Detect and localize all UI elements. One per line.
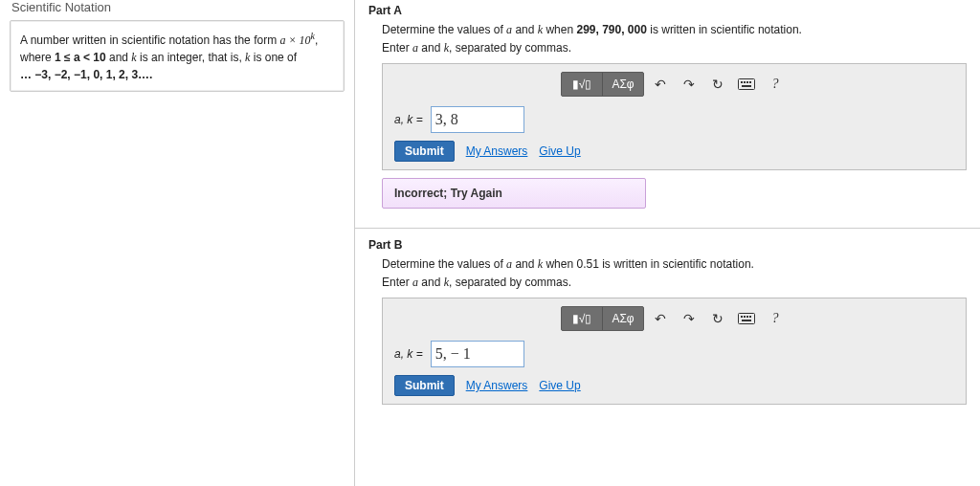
topic-title: Scientific Notation <box>11 0 345 14</box>
part-b-input-row: a, k = <box>383 341 966 367</box>
text: , separated by commas. <box>449 276 571 289</box>
svg-rect-7 <box>741 316 743 318</box>
toolbar-group: ▮√▯ ΑΣφ <box>561 306 644 331</box>
text: Enter <box>382 41 412 55</box>
intro-text: is one of <box>250 51 297 64</box>
intro-line-1: A number written in scientific notation … <box>20 29 334 49</box>
svg-rect-1 <box>741 81 743 83</box>
intro-text: where <box>20 51 55 64</box>
reset-icon[interactable]: ↻ <box>705 73 730 96</box>
equation-toolbar: ▮√▯ ΑΣφ ↶ ↷ ↻ ? <box>383 298 966 341</box>
right-column: Part A Determine the values of a and k w… <box>354 0 980 486</box>
text: when <box>543 23 576 36</box>
keyboard-icon[interactable] <box>734 73 759 96</box>
page-root: Scientific Notation A number written in … <box>0 0 980 486</box>
text: and <box>512 23 538 36</box>
text: when <box>543 257 576 271</box>
toolbar-group: ▮√▯ ΑΣφ <box>561 72 644 97</box>
svg-rect-5 <box>742 85 751 87</box>
svg-rect-10 <box>749 316 751 318</box>
part-a-value: 299, 790, 000 <box>576 23 646 36</box>
equation-toolbar: ▮√▯ ΑΣφ ↶ ↷ ↻ ? <box>383 64 966 106</box>
intro-text: A number written in scientific notation … <box>20 33 279 47</box>
text: Enter <box>382 276 412 289</box>
greek-button[interactable]: ΑΣφ <box>603 73 643 96</box>
template-button[interactable]: ▮√▯ <box>562 73 603 96</box>
keyboard-icon[interactable] <box>734 307 759 330</box>
text: is written in scientific notation. <box>599 257 754 271</box>
part-b-answer-zone: ▮√▯ ΑΣφ ↶ ↷ ↻ ? a, k = Submit <box>382 298 967 405</box>
part-b-value: 0.51 <box>576 257 598 271</box>
greek-button[interactable]: ΑΣφ <box>603 307 643 330</box>
part-b-instruction: Enter a and k, separated by commas. <box>382 276 980 290</box>
intro-line-2: where 1 ≤ a < 10 and k is an integer, th… <box>20 49 334 66</box>
svg-rect-6 <box>739 314 755 324</box>
submit-button[interactable]: Submit <box>394 141 455 162</box>
svg-rect-11 <box>742 320 751 321</box>
help-icon[interactable]: ? <box>763 73 788 96</box>
text: is written in scientific notation. <box>647 23 802 36</box>
my-answers-link[interactable]: My Answers <box>466 379 528 392</box>
text: Determine the values of <box>382 257 506 271</box>
part-b-answer-input[interactable] <box>431 341 524 367</box>
intro-ineq: 1 ≤ a < 10 <box>55 51 106 64</box>
intro-line-3: … −3, −2, −1, 0, 1, 2, 3…. <box>20 66 334 83</box>
input-label: a, k = <box>394 347 423 361</box>
template-button[interactable]: ▮√▯ <box>562 307 603 330</box>
undo-icon[interactable]: ↶ <box>648 307 673 330</box>
text: and <box>418 41 444 55</box>
part-a-instruction: Enter a and k, separated by commas. <box>382 41 980 55</box>
give-up-link[interactable]: Give Up <box>539 379 580 392</box>
intro-text: is an integer, that is, <box>137 51 245 64</box>
part-separator <box>355 228 980 229</box>
part-a-header: Part A <box>368 4 980 17</box>
part-a-prompt: Determine the values of a and k when 299… <box>382 23 980 37</box>
part-b-header: Part B <box>368 238 980 252</box>
part-a-input-row: a, k = <box>383 106 966 133</box>
part-a: Part A Determine the values of a and k w… <box>355 0 980 216</box>
intro-text: and <box>106 51 132 64</box>
text: and <box>418 276 444 289</box>
part-a-answer-input[interactable] <box>431 106 524 133</box>
svg-rect-4 <box>749 81 751 83</box>
redo-icon[interactable]: ↷ <box>677 73 702 96</box>
text: and <box>512 257 538 271</box>
help-icon[interactable]: ? <box>763 307 788 330</box>
svg-rect-9 <box>746 316 748 318</box>
part-a-feedback: Incorrect; Try Again <box>382 178 646 209</box>
svg-rect-8 <box>744 316 746 318</box>
input-label: a, k = <box>394 113 423 126</box>
undo-icon[interactable]: ↶ <box>648 73 673 96</box>
give-up-link[interactable]: Give Up <box>539 144 580 158</box>
intro-text: , <box>315 33 318 47</box>
part-a-answer-zone: ▮√▯ ΑΣφ ↶ ↷ ↻ ? a, k = Submit <box>382 63 967 170</box>
left-column: Scientific Notation A number written in … <box>0 0 354 486</box>
part-b: Part B Determine the values of a and k w… <box>355 234 980 418</box>
intro-expr: a × 10 <box>279 33 310 47</box>
my-answers-link[interactable]: My Answers <box>466 144 528 158</box>
reset-icon[interactable]: ↻ <box>705 307 730 330</box>
intro-box: A number written in scientific notation … <box>10 20 345 92</box>
redo-icon[interactable]: ↷ <box>677 307 702 330</box>
text: , separated by commas. <box>449 41 571 55</box>
text: Determine the values of <box>382 23 506 36</box>
part-b-actions: Submit My Answers Give Up <box>383 367 966 396</box>
svg-rect-2 <box>744 81 746 83</box>
submit-button[interactable]: Submit <box>394 375 455 396</box>
part-b-prompt: Determine the values of a and k when 0.5… <box>382 257 980 272</box>
svg-rect-3 <box>746 81 748 83</box>
svg-rect-0 <box>739 79 755 90</box>
part-a-actions: Submit My Answers Give Up <box>383 133 966 162</box>
